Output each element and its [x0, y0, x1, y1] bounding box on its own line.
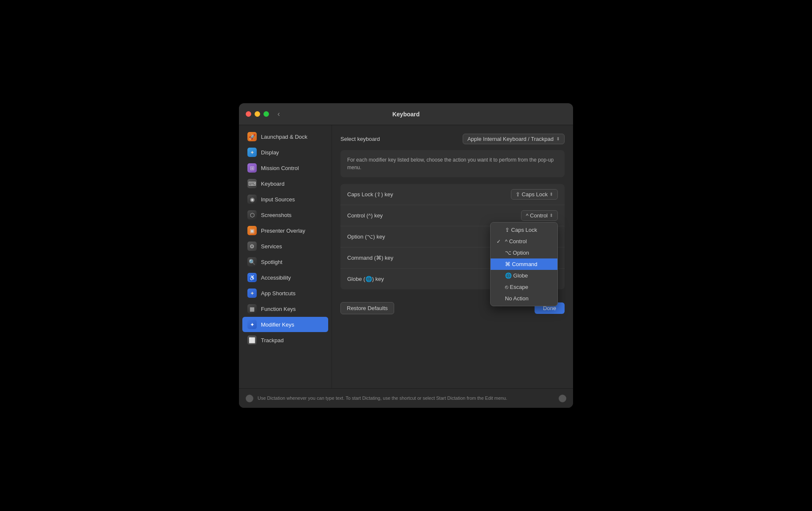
popup-item-⎋-escape[interactable]: ⎋ Escape: [491, 281, 557, 293]
dictation-toggle[interactable]: [559, 395, 566, 402]
popup-item-⇪-caps-lock[interactable]: ⇪ Caps Lock: [491, 224, 557, 236]
sidebar-item-modifier-keys[interactable]: ✦Modifier Keys: [242, 317, 328, 332]
sidebar-item-label-input-sources: Input Sources: [261, 196, 295, 203]
sidebar-item-mission-control[interactable]: ⊞Mission Control: [242, 160, 328, 176]
sidebar-item-accessibility[interactable]: ♿Accessibility: [242, 270, 328, 285]
description-text: For each modifier key listed below, choo…: [347, 156, 558, 171]
dropdown-arrows-icon: ⬍: [556, 136, 560, 142]
modifier-dropdown-arrows-icon: ⬍: [549, 213, 553, 218]
keyboard-icon: ⌨: [247, 179, 257, 188]
popup-check-icon: ✓: [497, 239, 502, 245]
sidebar-item-launchpad[interactable]: 🚀Launchpad & Dock: [242, 129, 328, 144]
sidebar-item-label-mission-control: Mission Control: [261, 165, 299, 171]
window: ‹ Keyboard 🚀Launchpad & Dock✦Display⊞Mis…: [239, 103, 573, 408]
modifier-key-label: Command (⌘) key: [347, 255, 393, 261]
popup-item-⌘-command[interactable]: ⌘ Command: [491, 258, 557, 270]
popup-item-^-control[interactable]: ✓^ Control: [491, 236, 557, 247]
keyboard-selector-label: Select keyboard: [340, 136, 380, 142]
sidebar-item-label-services: Services: [261, 243, 282, 250]
bottom-bar: Use Dictation whenever you can type text…: [239, 388, 573, 408]
mission-control-icon: ⊞: [247, 163, 257, 173]
sidebar: 🚀Launchpad & Dock✦Display⊞Mission Contro…: [239, 125, 332, 388]
titlebar: ‹ Keyboard: [239, 103, 573, 125]
popup-item-🌐-globe[interactable]: 🌐 Globe: [491, 270, 557, 281]
sidebar-item-presenter-overlay[interactable]: ▣Presenter Overlay: [242, 223, 328, 238]
modifier-value-btn-0[interactable]: ⇪ Caps Lock⬍: [511, 189, 558, 200]
sidebar-item-label-function-keys: Function Keys: [261, 306, 296, 312]
window-body: 🚀Launchpad & Dock✦Display⊞Mission Contro…: [239, 125, 573, 388]
sidebar-item-input-sources[interactable]: ◉Input Sources: [242, 192, 328, 207]
modifier-table: Caps Lock (⇪) key⇪ Caps Lock⬍Control (^)…: [340, 184, 565, 289]
sidebar-item-keyboard[interactable]: ⌨Keyboard: [242, 176, 328, 191]
sidebar-item-label-trackpad: Trackpad: [261, 337, 284, 343]
modifier-row: Option (⌥) key⌥ Option⬍⇪ Caps Lock✓^ Con…: [340, 226, 565, 247]
close-button[interactable]: [246, 111, 251, 117]
main-content: Select keyboard Apple Internal Keyboard …: [332, 125, 573, 388]
services-icon: ⚙: [247, 242, 257, 251]
popup-item-⌥-option[interactable]: ⌥ Option: [491, 247, 557, 258]
modifier-key-label: Globe (🌐) key: [347, 276, 384, 282]
launchpad-icon: 🚀: [247, 132, 257, 141]
keyboard-dropdown-value: Apple Internal Keyboard / Trackpad: [467, 136, 554, 142]
sidebar-item-label-launchpad: Launchpad & Dock: [261, 134, 307, 140]
display-icon: ✦: [247, 148, 257, 157]
popup-item-label: ⌘ Command: [505, 261, 538, 267]
app-shortcuts-icon: ✦: [247, 288, 257, 298]
restore-defaults-button[interactable]: Restore Defaults: [340, 302, 394, 314]
function-keys-icon: ▦: [247, 304, 257, 313]
popup-item-label: ⌥ Option: [505, 250, 529, 256]
sidebar-item-label-screenshots: Screenshots: [261, 212, 291, 218]
modifier-dropdown-arrows-icon: ⬍: [549, 192, 553, 197]
sidebar-item-screenshots[interactable]: ⬡Screenshots: [242, 207, 328, 223]
trackpad-icon: ⬜: [247, 335, 257, 345]
modifier-key-label: Caps Lock (⇪) key: [347, 191, 393, 198]
sidebar-item-label-modifier-keys: Modifier Keys: [261, 321, 294, 328]
modifier-keys-icon: ✦: [247, 320, 257, 329]
sidebar-item-label-display: Display: [261, 149, 279, 156]
sidebar-item-app-shortcuts[interactable]: ✦App Shortcuts: [242, 286, 328, 301]
maximize-button[interactable]: [263, 111, 269, 117]
modifier-value-text: ⇪ Caps Lock: [516, 191, 548, 198]
sidebar-item-label-presenter-overlay: Presenter Overlay: [261, 228, 305, 234]
back-button[interactable]: ‹: [277, 110, 280, 118]
sidebar-item-label-accessibility: Accessibility: [261, 275, 291, 281]
spotlight-icon: 🔍: [247, 257, 257, 266]
keyboard-selector: Select keyboard Apple Internal Keyboard …: [340, 134, 565, 144]
modifier-value-btn-1[interactable]: ^ Control⬍: [521, 210, 558, 221]
popup-menu: ⇪ Caps Lock✓^ Control⌥ Option⌘ Command🌐 …: [490, 222, 558, 306]
description-box: For each modifier key listed below, choo…: [340, 150, 565, 177]
accessibility-icon: ♿: [247, 273, 257, 282]
minimize-button[interactable]: [255, 111, 260, 117]
sidebar-item-label-spotlight: Spotlight: [261, 259, 283, 265]
keyboard-dropdown[interactable]: Apple Internal Keyboard / Trackpad ⬍: [463, 134, 565, 144]
sidebar-item-label-app-shortcuts: App Shortcuts: [261, 290, 296, 297]
popup-item-label: 🌐 Globe: [505, 272, 528, 279]
modifier-key-label: Control (^) key: [347, 212, 383, 219]
microphone-icon: [246, 395, 253, 402]
sidebar-item-services[interactable]: ⚙Services: [242, 239, 328, 254]
sidebar-item-label-keyboard: Keyboard: [261, 181, 285, 187]
popup-item-label: ^ Control: [505, 238, 527, 245]
popup-item-no-action[interactable]: No Action: [491, 293, 557, 304]
input-sources-icon: ◉: [247, 195, 257, 204]
dictation-text: Use Dictation whenever you can type text…: [258, 395, 554, 401]
window-title: Keyboard: [392, 111, 420, 118]
modifier-row: Caps Lock (⇪) key⇪ Caps Lock⬍: [340, 184, 565, 205]
presenter-overlay-icon: ▣: [247, 226, 257, 235]
popup-item-label: ⇪ Caps Lock: [505, 227, 537, 233]
sidebar-item-function-keys[interactable]: ▦Function Keys: [242, 301, 328, 316]
sidebar-item-spotlight[interactable]: 🔍Spotlight: [242, 254, 328, 269]
popup-item-label: ⎋ Escape: [505, 284, 528, 290]
traffic-lights: [246, 111, 269, 117]
sidebar-item-trackpad[interactable]: ⬜Trackpad: [242, 332, 328, 348]
popup-item-label: No Action: [505, 295, 529, 302]
modifier-value-text: ^ Control: [526, 212, 548, 219]
modifier-key-label: Option (⌥) key: [347, 234, 385, 240]
sidebar-item-display[interactable]: ✦Display: [242, 145, 328, 160]
screenshots-icon: ⬡: [247, 210, 257, 220]
